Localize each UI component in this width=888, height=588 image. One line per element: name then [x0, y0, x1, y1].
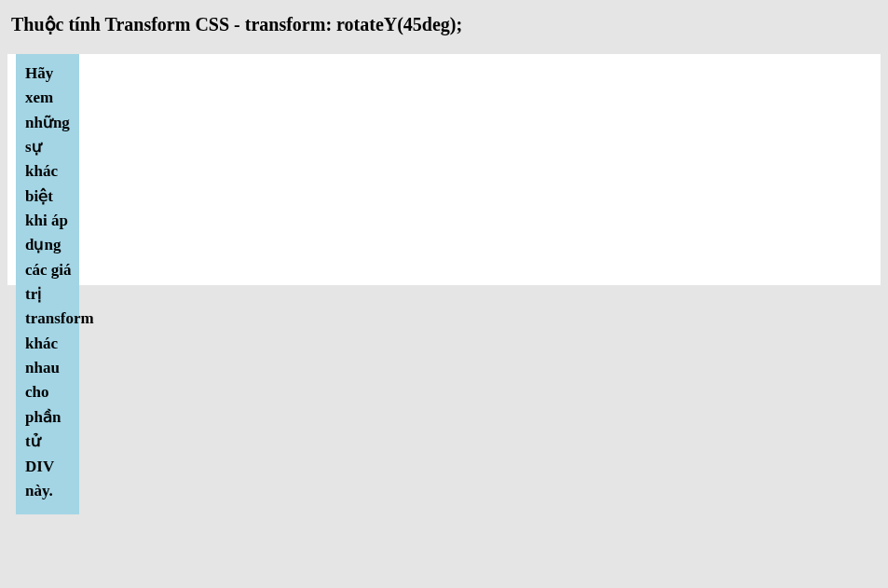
transformed-box: Hãy xem những sự khác biệt khi áp dụng c…	[16, 54, 79, 514]
page-container: Thuộc tính Transform CSS - transform: ro…	[0, 0, 888, 293]
transformed-box-wrapper: Hãy xem những sự khác biệt khi áp dụng c…	[16, 54, 79, 514]
demo-area: Hãy xem những sự khác biệt khi áp dụng c…	[7, 54, 881, 285]
page-title: Thuộc tính Transform CSS - transform: ro…	[11, 13, 881, 35]
